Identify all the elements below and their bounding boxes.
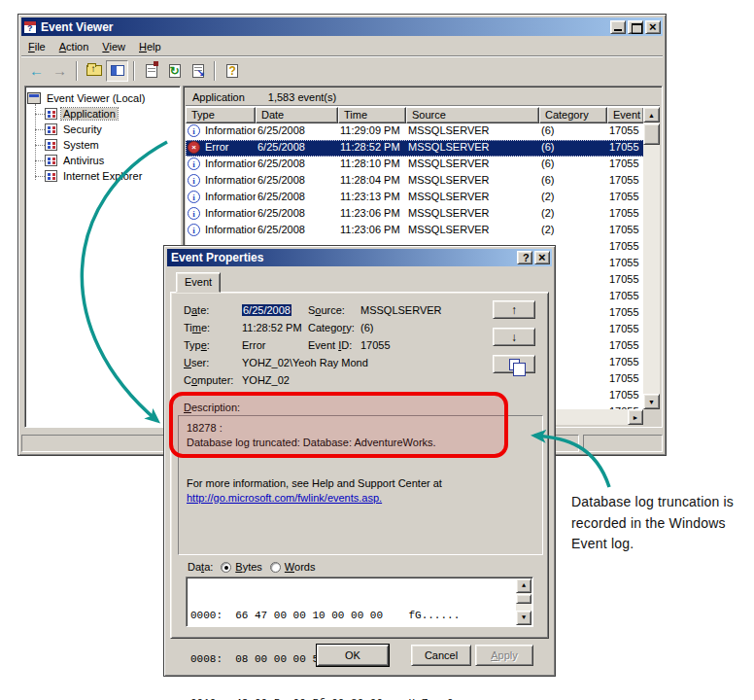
date-value: 6/25/2008 bbox=[242, 304, 291, 316]
words-radio-group[interactable]: Words bbox=[270, 561, 316, 573]
refresh-icon: ↻ bbox=[169, 64, 181, 78]
description-label: Description: bbox=[184, 402, 240, 413]
cell-event: 17055 bbox=[609, 174, 644, 186]
event-row[interactable]: i Information6/25/200811:23:06 PMMSSQLSE… bbox=[186, 223, 644, 239]
ok-button[interactable]: OK bbox=[317, 645, 389, 666]
column-header-time[interactable]: Time bbox=[338, 107, 406, 123]
event-row[interactable]: i Information6/25/200811:23:06 PMMSSQLSE… bbox=[186, 206, 644, 223]
information-icon: i bbox=[188, 124, 200, 137]
event-id-value: 17055 bbox=[609, 339, 639, 351]
cell-type: Information bbox=[205, 224, 256, 235]
window-title: Event Viewer bbox=[41, 20, 610, 34]
forward-button[interactable]: → bbox=[49, 60, 71, 82]
cancel-button[interactable]: Cancel bbox=[411, 645, 471, 666]
help-button[interactable]: ? bbox=[221, 60, 243, 82]
context-help-button[interactable] bbox=[517, 251, 532, 264]
export-list-button[interactable]: ↘ bbox=[187, 60, 209, 82]
cell-event: 17055 bbox=[609, 224, 644, 235]
event-id-value: 17055 bbox=[609, 389, 639, 401]
hex-scrollbar-thumb[interactable] bbox=[516, 594, 531, 604]
description-line2: Database log truncated: Database: Advent… bbox=[187, 436, 534, 450]
up-one-level-button[interactable] bbox=[83, 60, 105, 82]
apply-button[interactable]: Apply bbox=[475, 645, 533, 666]
close-button[interactable] bbox=[645, 20, 661, 34]
column-header-date[interactable]: Date bbox=[256, 107, 338, 123]
cell-type: Information bbox=[205, 191, 256, 202]
event-row[interactable]: i Information6/25/200811:29:09 PMMSSQLSE… bbox=[186, 123, 644, 140]
description-box[interactable]: 18278 : Database log truncated: Database… bbox=[178, 415, 543, 555]
events-help-link[interactable]: http://go.microsoft.com/fwlink/events.as… bbox=[187, 492, 382, 504]
column-header-source[interactable]: Source bbox=[406, 107, 539, 123]
description-line1: 18278 : bbox=[187, 421, 534, 436]
information-icon: i bbox=[188, 158, 200, 170]
cell-category: (2) bbox=[541, 191, 605, 202]
tree-item-antivirus[interactable]: Antivirus bbox=[27, 153, 178, 168]
cell-event: 17055 bbox=[609, 141, 644, 153]
event-data-hex-box[interactable]: 0000: 66 47 00 00 10 00 00 00 fG...... 0… bbox=[186, 577, 533, 627]
bytes-radio-group[interactable]: Bytes bbox=[221, 561, 262, 573]
menu-action[interactable]: Action bbox=[52, 39, 96, 54]
show-hide-tree-button[interactable] bbox=[106, 60, 128, 82]
menu-help[interactable]: Help bbox=[132, 39, 168, 54]
menu-view[interactable]: View bbox=[95, 39, 132, 54]
menu-file[interactable]: File bbox=[21, 39, 52, 54]
event-id-value: 17055 bbox=[609, 356, 639, 368]
tree-item-internet-explorer[interactable]: Internet Explorer bbox=[27, 168, 178, 184]
tab-event[interactable]: Event bbox=[176, 272, 221, 293]
user-label: User: bbox=[184, 357, 209, 368]
scroll-down-button[interactable]: ▼ bbox=[643, 394, 660, 409]
maximize-button[interactable] bbox=[628, 20, 643, 34]
tree-item-application[interactable]: Application bbox=[27, 106, 178, 122]
dialog-title-bar[interactable]: Event Properties bbox=[167, 249, 552, 266]
previous-event-button[interactable]: ↑ bbox=[493, 300, 535, 319]
bytes-radio[interactable] bbox=[221, 562, 231, 573]
vertical-scrollbar[interactable]: ▲ ▼ bbox=[643, 107, 660, 409]
scroll-up-button[interactable]: ▲ bbox=[643, 107, 660, 122]
event-row[interactable]: i Information6/25/200811:28:04 PMMSSQLSE… bbox=[186, 173, 644, 190]
scrollbar-thumb[interactable] bbox=[643, 123, 660, 145]
event-row[interactable]: i Information6/25/200811:28:10 PMMSSQLSE… bbox=[186, 157, 644, 173]
column-header-event[interactable]: Event bbox=[607, 107, 644, 123]
tree-root[interactable]: Event Viewer (Local) bbox=[27, 90, 178, 106]
event-row-selected[interactable]: × Error6/25/200811:28:52 PMMSSQLSERVER(6… bbox=[186, 140, 644, 157]
tree-item-system[interactable]: System bbox=[27, 137, 178, 153]
cell-time: 11:28:52 PM bbox=[340, 141, 406, 153]
cell-event: 17055 bbox=[609, 158, 644, 169]
copy-event-button[interactable] bbox=[493, 355, 535, 373]
event-log-icon bbox=[45, 155, 57, 166]
cell-date: 6/25/2008 bbox=[257, 174, 337, 186]
hex-scroll-up-button[interactable]: ▲ bbox=[516, 578, 531, 593]
title-bar[interactable]: Event Viewer bbox=[21, 18, 663, 36]
cell-time: 11:28:10 PM bbox=[340, 158, 406, 169]
hex-scroll-down-button[interactable]: ▼ bbox=[516, 611, 531, 625]
list-info-bar: Application 1,583 event(s) bbox=[186, 88, 660, 106]
export-list-icon: ↘ bbox=[192, 64, 204, 78]
cell-type: Information bbox=[205, 124, 256, 136]
back-button[interactable]: ← bbox=[25, 60, 48, 82]
status-pane bbox=[583, 435, 663, 452]
cell-source: MSSQLSERVER bbox=[408, 174, 538, 186]
refresh-button[interactable]: ↻ bbox=[163, 60, 186, 82]
tree-item-security[interactable]: Security bbox=[27, 122, 178, 137]
next-event-button[interactable]: ↓ bbox=[493, 328, 535, 346]
minimize-button[interactable] bbox=[610, 20, 626, 34]
tree-item-label: Antivirus bbox=[61, 155, 106, 166]
information-icon: i bbox=[188, 174, 200, 187]
properties-button[interactable] bbox=[140, 60, 162, 82]
column-header-row: Type Date Time Source Category Event bbox=[186, 107, 644, 123]
scroll-right-button[interactable]: ► bbox=[628, 409, 643, 425]
cell-source: MSSQLSERVER bbox=[408, 158, 538, 169]
cell-time: 11:28:04 PM bbox=[340, 174, 406, 186]
time-value: 11:28:52 PM bbox=[242, 322, 302, 333]
cell-event: 17055 bbox=[609, 207, 644, 219]
hex-scrollbar[interactable]: ▲ ▼ bbox=[516, 578, 531, 625]
dialog-close-button[interactable] bbox=[534, 251, 550, 264]
column-header-type[interactable]: Type bbox=[186, 107, 256, 123]
time-label: Time: bbox=[184, 322, 210, 333]
screenshot-canvas: Event Viewer File Action View Help ← → ↻… bbox=[0, 0, 754, 700]
event-row[interactable]: i Information6/25/200811:23:13 PMMSSQLSE… bbox=[186, 190, 644, 206]
console-root-icon bbox=[27, 92, 41, 104]
words-radio[interactable] bbox=[270, 562, 281, 573]
column-header-category[interactable]: Category bbox=[539, 107, 607, 123]
back-arrow-icon: ← bbox=[29, 62, 44, 79]
